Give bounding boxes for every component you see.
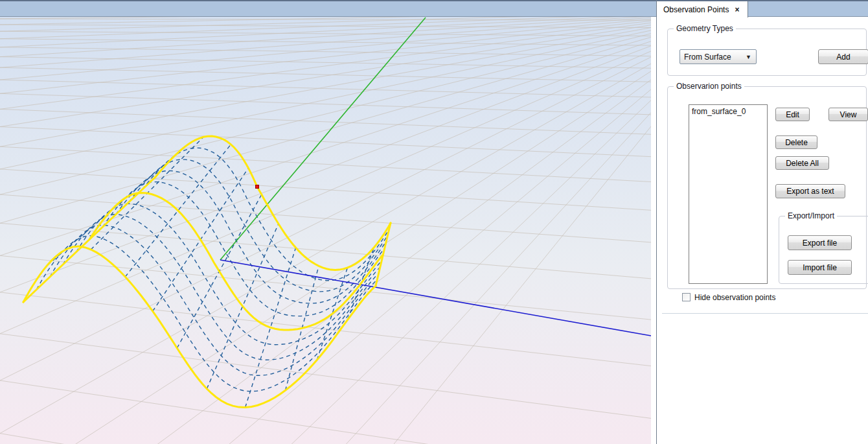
- hide-observation-points-label: Hide observation points: [694, 293, 775, 302]
- import-file-button[interactable]: Import file: [788, 260, 852, 275]
- geometry-type-dropdown-value: From Surface: [684, 53, 731, 62]
- add-button[interactable]: Add: [818, 49, 868, 64]
- export-as-text-button[interactable]: Export as text: [775, 184, 845, 198]
- close-icon[interactable]: ×: [735, 6, 739, 13]
- viewport-panel-gap: [651, 17, 656, 444]
- export-import-label: Export/Import: [785, 211, 837, 221]
- 3d-viewport[interactable]: [0, 17, 651, 444]
- observation-points-group: Observarion points from_surface_0 Edit V…: [667, 86, 867, 289]
- export-import-group: Export/Import Export file Import file: [779, 216, 868, 284]
- geometry-types-label: Geometry Types: [674, 24, 736, 34]
- edit-button[interactable]: Edit: [775, 108, 810, 121]
- geometry-type-dropdown[interactable]: From Surface ▼: [680, 49, 757, 64]
- delete-button[interactable]: Delete: [775, 135, 817, 149]
- observation-point-marker[interactable]: [256, 185, 259, 189]
- tab-title: Observation Points: [663, 5, 729, 14]
- list-item[interactable]: from_surface_0: [692, 106, 767, 117]
- observation-points-group-label: Observarion points: [674, 82, 744, 91]
- observation-points-panel: Geometry Types From Surface ▼ Add Observ…: [657, 17, 868, 444]
- hide-observation-points-checkbox[interactable]: [682, 293, 691, 301]
- tab-observation-points[interactable]: Observation Points ×: [657, 1, 748, 18]
- scene-canvas[interactable]: [0, 17, 651, 444]
- geometry-types-group: Geometry Types From Surface ▼ Add: [667, 29, 867, 76]
- export-file-button[interactable]: Export file: [788, 235, 852, 250]
- panel-divider: [662, 313, 868, 314]
- view-button[interactable]: View: [828, 108, 868, 121]
- delete-all-button[interactable]: Delete All: [775, 156, 829, 170]
- chevron-down-icon: ▼: [746, 54, 751, 60]
- observation-points-list[interactable]: from_surface_0: [689, 104, 768, 284]
